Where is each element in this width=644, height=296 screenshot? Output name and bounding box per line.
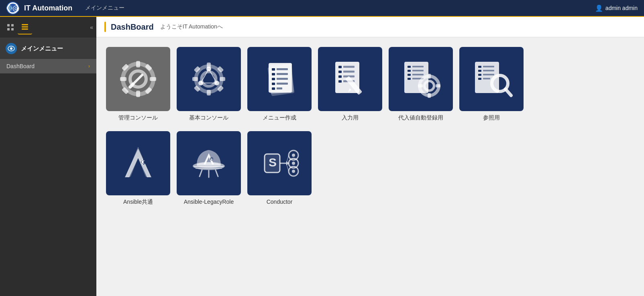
svg-rect-52 <box>277 78 288 80</box>
card-icon-conductor: S <box>247 131 312 195</box>
svg-rect-89 <box>483 74 494 75</box>
card-sansho[interactable]: 参照用 <box>459 47 524 122</box>
svg-rect-18 <box>136 61 140 67</box>
svg-line-107 <box>216 170 218 176</box>
svg-rect-31 <box>207 90 211 95</box>
card-label-menu: メニュー作成 <box>263 114 296 122</box>
svg-rect-62 <box>338 75 342 78</box>
sidebar-collapse-button[interactable]: « <box>90 24 93 30</box>
title-accent <box>104 22 106 32</box>
svg-rect-33 <box>220 77 225 81</box>
svg-point-119 <box>292 170 295 173</box>
card-label-sansho: 参照用 <box>483 114 500 122</box>
svg-line-27 <box>130 84 133 87</box>
card-input[interactable]: 入力用 <box>318 47 382 122</box>
svg-rect-84 <box>478 66 481 68</box>
card-label-input: 入力用 <box>342 114 359 122</box>
svg-point-117 <box>292 154 295 157</box>
sidebar-item-label: DashBoard <box>6 63 35 69</box>
svg-rect-90 <box>478 78 481 80</box>
card-icon-dainyuu <box>389 47 453 111</box>
svg-rect-91 <box>483 78 490 79</box>
svg-rect-49 <box>272 73 275 75</box>
svg-rect-55 <box>272 87 275 90</box>
svg-rect-80 <box>428 93 431 98</box>
card-kihon[interactable]: 基本コンソール <box>177 47 241 122</box>
svg-rect-51 <box>272 78 275 80</box>
card-conductor[interactable]: S <box>247 131 312 206</box>
card-kanri[interactable]: 管理コンソール <box>106 47 170 122</box>
card-dainyuu[interactable]: 代入値自動登録用 <box>389 47 453 122</box>
cards-container: 管理コンソール <box>96 37 644 225</box>
main-title: DashBoard <box>111 22 154 32</box>
card-label-kihon: 基本コンソール <box>189 114 228 122</box>
svg-text:S: S <box>269 156 277 169</box>
card-icon-kihon <box>177 47 241 111</box>
svg-rect-75 <box>408 78 411 80</box>
svg-rect-7 <box>7 24 10 26</box>
card-ansible[interactable]: Ansible共通 <box>106 131 170 206</box>
main-header: DashBoard ようこそIT Automationへ <box>96 17 644 37</box>
svg-rect-11 <box>22 24 28 25</box>
svg-rect-73 <box>408 74 411 76</box>
svg-text:✦: ✦ <box>210 158 213 161</box>
card-icon-kanri <box>106 47 170 111</box>
svg-rect-10 <box>11 28 14 30</box>
sidebar-section-title: メインメニュー <box>21 45 63 53</box>
card-label-ansible-legacy: Ansible-LegacyRole <box>184 199 234 205</box>
svg-rect-20 <box>120 77 126 81</box>
card-label-kanri: 管理コンソール <box>118 114 158 122</box>
svg-rect-60 <box>338 71 342 73</box>
card-label-ansible: Ansible共通 <box>123 199 153 206</box>
svg-rect-85 <box>483 66 494 67</box>
sidebar-item-dashboard[interactable]: DashBoard › <box>0 59 96 73</box>
card-ansible-legacy[interactable]: ✦ Ansible-LegacyRole <box>177 131 241 206</box>
svg-rect-61 <box>343 71 355 73</box>
svg-rect-64 <box>338 80 342 83</box>
card-icon-menu <box>247 47 312 111</box>
header-left: IT Automation メインメニュー <box>6 2 124 14</box>
app-title: IT Automation <box>24 4 72 12</box>
card-icon-sansho <box>459 47 524 111</box>
card-icon-input <box>318 47 382 111</box>
header: IT Automation メインメニュー 👤 admin admin <box>0 0 644 17</box>
user-icon: 👤 <box>595 4 603 12</box>
header-user[interactable]: 👤 admin admin <box>595 4 638 12</box>
card-label-conductor: Conductor <box>267 199 293 205</box>
grid-view-button[interactable] <box>3 20 18 34</box>
svg-rect-79 <box>428 74 431 79</box>
svg-rect-12 <box>22 26 28 28</box>
svg-rect-9 <box>7 28 10 30</box>
layout: « メインメニュー DashBoard › DashBoard ようこそIT A… <box>0 17 644 296</box>
card-icon-ansible <box>106 131 170 195</box>
svg-point-2 <box>9 8 10 9</box>
card-icon-ansible-legacy: ✦ <box>177 131 241 195</box>
svg-rect-72 <box>412 70 424 71</box>
user-label: admin admin <box>605 5 638 11</box>
svg-point-0 <box>7 5 12 10</box>
sidebar-toolbar: « <box>0 17 96 38</box>
sidebar-item-arrow: › <box>88 63 90 69</box>
svg-rect-47 <box>272 68 275 71</box>
svg-rect-86 <box>478 70 481 72</box>
list-view-button[interactable] <box>18 20 32 34</box>
svg-rect-53 <box>272 83 275 85</box>
svg-rect-69 <box>408 66 411 68</box>
svg-rect-50 <box>277 73 288 75</box>
svg-rect-88 <box>478 74 481 76</box>
svg-point-118 <box>292 162 295 165</box>
cards-row-1: 管理コンソール <box>106 47 634 122</box>
header-logo <box>6 2 19 14</box>
svg-rect-59 <box>343 66 355 68</box>
svg-point-29 <box>202 72 216 86</box>
svg-rect-74 <box>412 74 424 75</box>
card-menu[interactable]: メニュー作成 <box>247 47 312 122</box>
sidebar-eye-icon <box>6 43 17 54</box>
svg-point-15 <box>10 47 12 50</box>
header-menu-label: メインメニュー <box>85 4 124 12</box>
svg-rect-54 <box>277 83 288 85</box>
main-subtitle: ようこそIT Automationへ <box>160 23 223 30</box>
svg-point-1 <box>8 6 11 10</box>
svg-rect-19 <box>136 91 140 97</box>
card-label-dainyuu: 代入値自動登録用 <box>398 114 443 122</box>
